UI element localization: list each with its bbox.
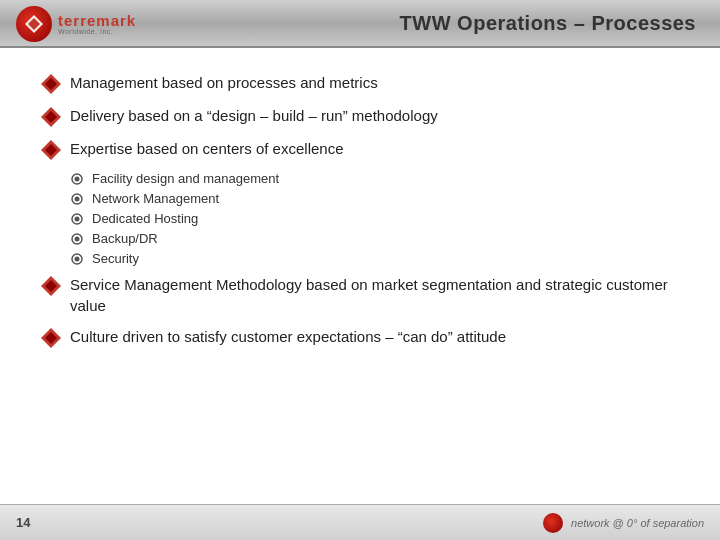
sub-bullet-text: Facility design and management bbox=[92, 171, 279, 186]
main-bullet-list-2: Service Management Methodology based on … bbox=[40, 274, 680, 349]
list-item: Management based on processes and metric… bbox=[40, 72, 680, 95]
list-item: Facility design and management bbox=[70, 171, 680, 186]
page-number: 14 bbox=[16, 515, 30, 530]
bullet-text: Delivery based on a “design – build – ru… bbox=[70, 105, 438, 126]
sub-bullet-text: Backup/DR bbox=[92, 231, 158, 246]
sub-bullet-circle-icon bbox=[70, 212, 84, 226]
sub-bullet-text: Security bbox=[92, 251, 139, 266]
sub-bullet-circle-icon bbox=[70, 172, 84, 186]
list-item: Network Management bbox=[70, 191, 680, 206]
footer-right: network @ 0° of separation bbox=[543, 513, 704, 533]
bullet-diamond-icon bbox=[40, 73, 62, 95]
logo-icon bbox=[16, 6, 52, 42]
sub-bullet-list: Facility design and management Network M… bbox=[70, 171, 680, 266]
bullet-text: Expertise based on centers of excellence bbox=[70, 138, 344, 159]
main-content: Management based on processes and metric… bbox=[0, 48, 720, 379]
sub-bullet-circle-icon bbox=[70, 252, 84, 266]
bullet-diamond-icon bbox=[40, 106, 62, 128]
bullet-text: Service Management Methodology based on … bbox=[70, 274, 680, 316]
bullet-diamond-icon bbox=[40, 327, 62, 349]
logo-subtitle: Worldwide, Inc. bbox=[58, 28, 136, 35]
list-item: Culture driven to satisfy customer expec… bbox=[40, 326, 680, 349]
bullet-text: Management based on processes and metric… bbox=[70, 72, 378, 93]
list-item: Delivery based on a “design – build – ru… bbox=[40, 105, 680, 128]
footer-tagline: network @ 0° of separation bbox=[571, 517, 704, 529]
svg-point-17 bbox=[75, 256, 80, 261]
bullet-text: Culture driven to satisfy customer expec… bbox=[70, 326, 506, 347]
list-item: Backup/DR bbox=[70, 231, 680, 246]
logo-text: terremark Worldwide, Inc. bbox=[58, 13, 136, 35]
list-item: Security bbox=[70, 251, 680, 266]
svg-point-11 bbox=[75, 196, 80, 201]
sub-bullet-circle-icon bbox=[70, 192, 84, 206]
svg-point-9 bbox=[75, 176, 80, 181]
sub-bullet-text: Network Management bbox=[92, 191, 219, 206]
logo-name: terremark bbox=[58, 13, 136, 28]
footer-logo-icon bbox=[543, 513, 563, 533]
main-bullet-list: Management based on processes and metric… bbox=[40, 72, 680, 161]
list-item: Service Management Methodology based on … bbox=[40, 274, 680, 316]
sub-bullet-text: Dedicated Hosting bbox=[92, 211, 198, 226]
bullet-diamond-icon bbox=[40, 275, 62, 297]
list-item: Expertise based on centers of excellence bbox=[40, 138, 680, 161]
svg-point-15 bbox=[75, 236, 80, 241]
bullet-diamond-icon bbox=[40, 139, 62, 161]
svg-point-13 bbox=[75, 216, 80, 221]
list-item: Dedicated Hosting bbox=[70, 211, 680, 226]
page-title: TWW Operations – Processes bbox=[400, 12, 696, 35]
footer: 14 network @ 0° of separation bbox=[0, 504, 720, 540]
sub-bullet-circle-icon bbox=[70, 232, 84, 246]
logo: terremark Worldwide, Inc. bbox=[16, 4, 136, 44]
